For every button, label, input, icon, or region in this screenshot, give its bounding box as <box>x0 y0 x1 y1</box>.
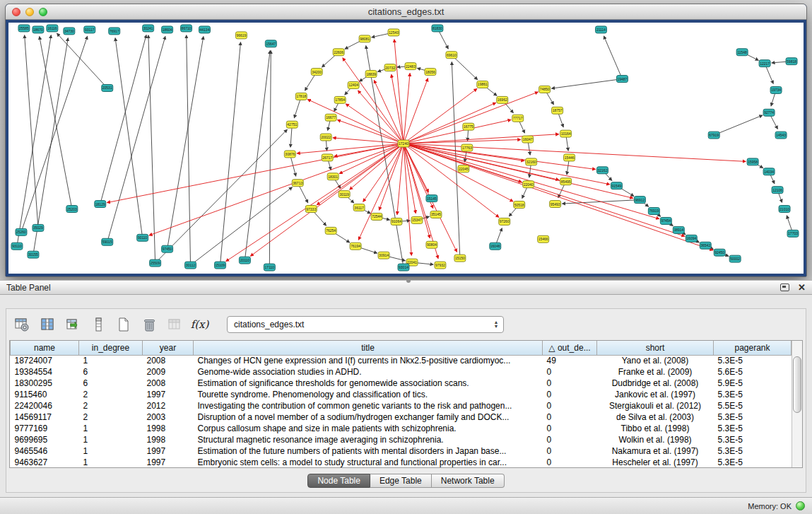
graph-node[interactable]: 93014 <box>398 264 409 271</box>
table-cell[interactable]: Nakamura et al. (1997) <box>597 445 714 457</box>
graph-edge-black[interactable] <box>40 37 72 209</box>
table-cell[interactable]: 0 <box>543 457 597 467</box>
graph-node[interactable]: 16962 <box>497 96 508 103</box>
graph-node[interactable]: 44134 <box>199 26 211 33</box>
graph-node[interactable]: 36542 <box>700 242 711 249</box>
table-cell[interactable]: 1 <box>79 355 143 366</box>
graph-edge-red[interactable] <box>404 144 513 201</box>
graph-node[interactable]: 18301 <box>327 173 339 180</box>
graph-edge-red[interactable] <box>397 144 404 214</box>
graph-node[interactable]: 90110 <box>137 234 148 241</box>
table-cell[interactable]: 2 <box>79 400 143 411</box>
graph-node[interactable]: 18604 <box>162 26 173 33</box>
graph-node[interactable]: 15958 <box>747 158 758 165</box>
graph-edge-red[interactable] <box>297 144 404 153</box>
graph-node[interactable]: 21114 <box>596 26 607 33</box>
table-cell[interactable]: 0 <box>543 411 597 423</box>
graph-node[interactable]: 90804 <box>426 241 437 248</box>
table-row[interactable]: 1830029562008Estimation of significance … <box>11 378 792 389</box>
table-cell[interactable]: Yano et al. (2008) <box>597 355 714 366</box>
graph-node[interactable]: 16677 <box>325 114 336 121</box>
table-cell[interactable]: 9699695 <box>11 434 79 445</box>
graph-edge-black[interactable] <box>220 42 240 265</box>
graph-edge-red[interactable] <box>394 40 404 144</box>
table-cell[interactable]: Wolkin et al. (1998) <box>597 434 714 445</box>
table-cell[interactable]: 2 <box>79 389 143 400</box>
graph-node[interactable]: 15150 <box>454 255 466 262</box>
graph-edge-black[interactable] <box>245 51 270 260</box>
table-cell[interactable]: 1997 <box>143 445 194 457</box>
graph-node[interactable]: 20022 <box>320 134 331 141</box>
graph-node[interactable]: 17110 <box>264 264 275 271</box>
graph-node[interactable]: 35145 <box>430 211 442 218</box>
graph-edge-red[interactable] <box>404 74 410 144</box>
graph-hub-node[interactable]: 17240 <box>398 140 409 147</box>
graph-node[interactable]: 30914 <box>378 252 389 259</box>
table-cell[interactable]: Disruption of a novel member of a sodium… <box>194 411 543 423</box>
graph-edge-red[interactable] <box>404 134 559 144</box>
table-row[interactable]: 969969511998Structural magnetic resonanc… <box>11 434 792 445</box>
table-cell[interactable]: 1998 <box>143 434 194 445</box>
table-cell[interactable]: 5.5E-5 <box>714 400 792 411</box>
float-panel-icon[interactable] <box>780 284 789 291</box>
graph-node[interactable]: 92774 <box>763 109 775 116</box>
table-cell[interactable]: 5.9E-5 <box>714 378 792 389</box>
column-header-6[interactable]: pagerank <box>714 341 792 355</box>
graph-node[interactable]: 72544 <box>371 213 382 220</box>
graph-node[interactable]: 93117 <box>84 26 95 33</box>
graph-node[interactable]: 76254 <box>325 227 336 234</box>
graph-node[interactable]: 38914 <box>673 226 684 233</box>
graph-node[interactable]: 36117 <box>353 204 365 211</box>
graph-node[interactable]: 16094 <box>686 235 697 242</box>
graph-node[interactable]: 96619 <box>235 32 247 39</box>
graph-node[interactable]: 92450 <box>714 249 725 256</box>
graph-node[interactable]: 97450 <box>162 245 173 252</box>
table-cell[interactable]: 5.3E-5 <box>714 457 792 467</box>
table-cell[interactable]: 19384554 <box>11 366 79 378</box>
graph-node[interactable]: 16047 <box>522 136 534 143</box>
table-cell[interactable]: 0 <box>543 378 597 389</box>
graph-edge-black[interactable] <box>191 187 293 265</box>
table-cell[interactable]: Tibbo et al. (1998) <box>597 423 714 434</box>
graph-node[interactable]: 17763 <box>461 144 473 151</box>
graph-edge-black[interactable] <box>25 35 38 228</box>
table-cell[interactable]: 2012 <box>143 400 194 411</box>
graph-edge-black[interactable] <box>115 38 143 238</box>
graph-node[interactable]: 95493 <box>550 201 561 208</box>
column-header-2[interactable]: year <box>143 341 194 355</box>
graph-node[interactable]: 81830 <box>432 25 443 32</box>
graph-node[interactable]: 35029 <box>33 224 44 231</box>
table-cell[interactable]: 2008 <box>143 355 194 366</box>
table-cell[interactable]: 0 <box>543 434 597 445</box>
table-cell[interactable]: 0 <box>543 445 597 457</box>
table-cell[interactable]: 0 <box>543 366 597 378</box>
table-cell[interactable]: 0 <box>543 389 597 400</box>
graph-node[interactable]: 20531 <box>102 85 113 92</box>
tab-edge-table[interactable]: Edge Table <box>370 474 432 488</box>
table-cell[interactable]: Jankovic et al. (1997) <box>597 389 714 400</box>
graph-node[interactable]: 97333 <box>305 206 317 213</box>
graph-node[interactable]: 15647 <box>265 40 276 47</box>
network-canvas-svg[interactable]: 1724018056224832073218839124041785416677… <box>8 23 804 274</box>
table-cell[interactable]: Stergiakouli et al. (2012) <box>597 400 714 411</box>
graph-edge-black[interactable] <box>21 36 88 232</box>
graph-node[interactable]: 34200 <box>311 69 322 76</box>
graph-node[interactable]: 15347 <box>411 216 423 223</box>
graph-edge-black[interactable] <box>155 129 288 263</box>
table-disabled-icon[interactable] <box>165 315 184 334</box>
graph-node[interactable]: 34730 <box>64 28 75 35</box>
table-cell[interactable]: Structural magnetic resonance image aver… <box>194 434 543 445</box>
graph-node[interactable]: 18670 <box>33 26 44 33</box>
graph-node[interactable]: 12543 <box>388 29 399 36</box>
table-cell[interactable]: 1997 <box>143 457 194 467</box>
graph-node[interactable]: 16116 <box>47 25 58 32</box>
graph-node[interactable]: 25585 <box>18 25 30 32</box>
graph-node[interactable]: 18839 <box>365 71 377 78</box>
table-row[interactable]: 946554611997Estimation of the future num… <box>11 445 792 457</box>
graph-node[interactable]: 22483 <box>405 63 416 70</box>
table-cell[interactable]: Franke et al. (2009) <box>597 366 714 378</box>
graph-node[interactable]: 15446 <box>564 154 575 161</box>
table-cell[interactable]: de Silva et al. (2003) <box>597 411 714 423</box>
graph-node[interactable]: 74850 <box>539 86 551 93</box>
table-cell[interactable]: 5.3E-5 <box>714 389 792 400</box>
